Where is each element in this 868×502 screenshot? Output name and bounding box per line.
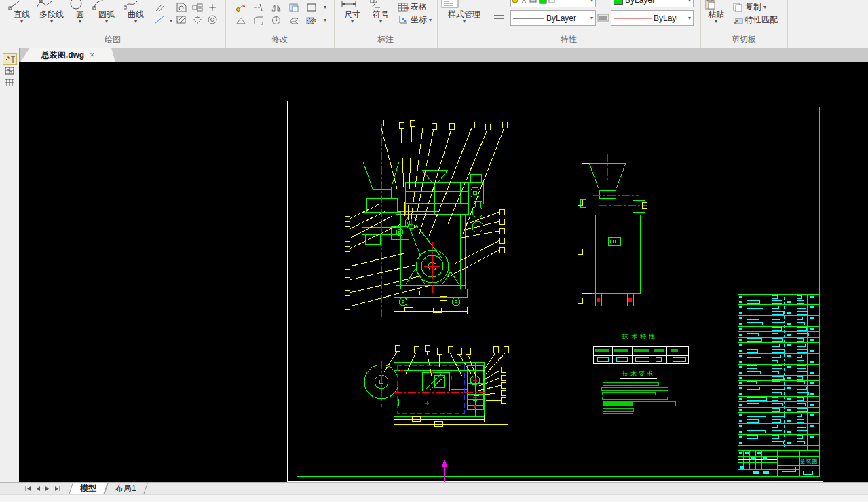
copy-button[interactable]: 复制 ▾ xyxy=(733,1,766,13)
layout-tab-bar: 模型 布局1 xyxy=(0,482,868,495)
prev-tab-icon[interactable] xyxy=(35,486,41,492)
donut-icon[interactable] xyxy=(206,14,219,25)
symbol-button[interactable]: 符号 ▾ xyxy=(369,0,392,24)
paste-button[interactable]: 粘贴 ▾ xyxy=(704,0,728,24)
lineweight-sample xyxy=(511,15,546,22)
ribbon-group-annotate: 尺寸 ▾ 符号 ▾ 表格 坐标 ▾ 标注 xyxy=(334,0,438,48)
ucs-icon xyxy=(442,459,467,482)
file-tab-label: 总装图.dwg xyxy=(41,50,84,61)
tech-req-title: 技术要求 xyxy=(622,370,655,377)
modify-group-label: 修改 xyxy=(225,34,334,46)
front-view xyxy=(345,120,509,318)
ribbon-group-properties: 样式管理 ▾ ▾ ▾ ByLayer ▾ ByLayer ▾ xyxy=(437,0,701,48)
mirror-icon[interactable] xyxy=(270,1,282,13)
clipboard-group-label: 剪切板 xyxy=(700,34,787,46)
tech-spec-title: 技术特性 xyxy=(622,333,658,340)
plan-view xyxy=(358,345,511,427)
circular-pattern-icon[interactable] xyxy=(270,14,282,26)
arc-icon xyxy=(92,0,121,10)
table-grid-tool-icon[interactable] xyxy=(3,77,16,87)
table-button[interactable]: 表格 xyxy=(398,1,427,13)
file-tab-bar: 总装图.dwg × xyxy=(19,48,868,62)
ribbon-group-draw: 直线 ▾ 多段线 ▾ 圆 ▾ 圆弧 ▾ 曲线 ▾ ▾ xyxy=(0,0,226,48)
scale-icon[interactable] xyxy=(235,14,247,26)
paste-icon xyxy=(704,0,728,10)
ribbon-group-modify: ▾ ▾ 修改 xyxy=(225,0,335,48)
next-tab-icon[interactable] xyxy=(45,486,50,492)
ribbon: 直线 ▾ 多段线 ▾ 圆 ▾ 圆弧 ▾ 曲线 ▾ ▾ xyxy=(0,0,868,48)
tech-spec-table: 技术特性 xyxy=(593,333,688,363)
bom-table xyxy=(738,294,819,476)
first-tab-icon[interactable] xyxy=(24,486,31,492)
hatch-edit-icon[interactable] xyxy=(305,14,318,26)
properties-group-label: 特性 xyxy=(437,34,700,46)
drawing-canvas[interactable]: 技术特性 技术要求 xyxy=(19,62,868,482)
style-manager-button[interactable]: 样式管理 ▾ xyxy=(441,0,487,24)
spline-button[interactable]: 曲线 ▾ xyxy=(124,0,148,24)
linetype-list-icon[interactable] xyxy=(493,12,505,23)
dimension-icon xyxy=(341,0,364,10)
last-tab-icon[interactable] xyxy=(54,486,61,492)
arc-button[interactable]: 圆弧 ▾ xyxy=(92,0,121,24)
stretch-icon[interactable] xyxy=(288,1,300,13)
modify-dropdown-top[interactable]: ▾ xyxy=(319,1,331,13)
line-icon xyxy=(8,0,35,10)
layer-combo[interactable]: ▾ xyxy=(510,0,596,7)
polyline-icon xyxy=(35,0,68,10)
lineweight-settings-icon[interactable] xyxy=(597,12,609,23)
annotate-group-label: 标注 xyxy=(334,34,437,46)
move-icon[interactable] xyxy=(235,1,247,13)
title-block-name: 总装图 xyxy=(799,459,818,465)
draw-group-label: 绘图 xyxy=(0,34,225,46)
color-combo[interactable]: ByLayer ▾ xyxy=(611,0,694,7)
point-icon[interactable] xyxy=(206,1,219,13)
balloon-tags xyxy=(384,345,508,403)
file-tab-active[interactable]: 总装图.dwg × xyxy=(20,48,115,62)
linetype-combo[interactable]: ByLayer ▾ xyxy=(611,10,694,26)
modify-dropdown-bottom[interactable]: ▾ xyxy=(319,14,331,26)
symbol-icon xyxy=(369,0,392,10)
spline-icon xyxy=(124,0,148,10)
circle-icon xyxy=(69,0,91,10)
coordinate-button[interactable]: 坐标 ▾ xyxy=(398,14,432,26)
circle-button[interactable]: 圆 ▾ xyxy=(69,0,91,24)
construction-line-icon[interactable] xyxy=(153,14,166,25)
dimension-button[interactable]: 尺寸 ▾ xyxy=(341,0,364,24)
coordinate-icon xyxy=(398,16,409,25)
left-tool-strip xyxy=(0,48,20,493)
gear-icon[interactable] xyxy=(191,14,204,25)
file-tab-close-icon[interactable]: × xyxy=(90,50,94,60)
layer-state-icons xyxy=(511,0,559,5)
3d-rotate-icon[interactable] xyxy=(288,14,300,26)
ribbon-group-clipboard: 粘贴 ▾ 复制 ▾ 特性匹配 剪切板 xyxy=(700,0,788,48)
model-tab[interactable]: 模型 xyxy=(71,483,106,495)
polyline-button[interactable]: 多段线 ▾ xyxy=(35,0,68,24)
tech-requirements: 技术要求 xyxy=(601,370,675,416)
region-icon[interactable] xyxy=(175,1,187,13)
sheet-border xyxy=(287,101,823,481)
status-bar xyxy=(0,494,868,502)
match-properties-button[interactable]: 特性匹配 xyxy=(733,14,778,26)
fillet-icon[interactable] xyxy=(252,14,265,26)
match-properties-icon xyxy=(733,16,743,25)
block-icon[interactable] xyxy=(191,1,204,13)
layer-grid-tool-icon[interactable] xyxy=(3,65,16,75)
quick-select-tool-icon[interactable] xyxy=(3,53,17,65)
parallel-lines-icon[interactable] xyxy=(153,1,166,13)
side-view xyxy=(578,154,647,307)
hatch-icon[interactable] xyxy=(175,14,187,25)
linetype-sample-red xyxy=(611,15,654,22)
layout1-tab[interactable]: 布局1 xyxy=(106,483,146,495)
rectangle-tool-icon[interactable] xyxy=(305,1,318,13)
title-block: 总装图 xyxy=(738,450,819,476)
copy-icon xyxy=(733,3,743,12)
layout-nav-buttons xyxy=(24,486,61,492)
style-manager-icon xyxy=(441,0,487,10)
color-swatch-green xyxy=(614,0,623,5)
table-icon xyxy=(398,3,409,12)
line-button[interactable]: 直线 ▾ xyxy=(8,0,35,24)
rotate-icon[interactable] xyxy=(252,1,265,13)
lineweight-combo[interactable]: ByLayer ▾ xyxy=(510,10,596,26)
